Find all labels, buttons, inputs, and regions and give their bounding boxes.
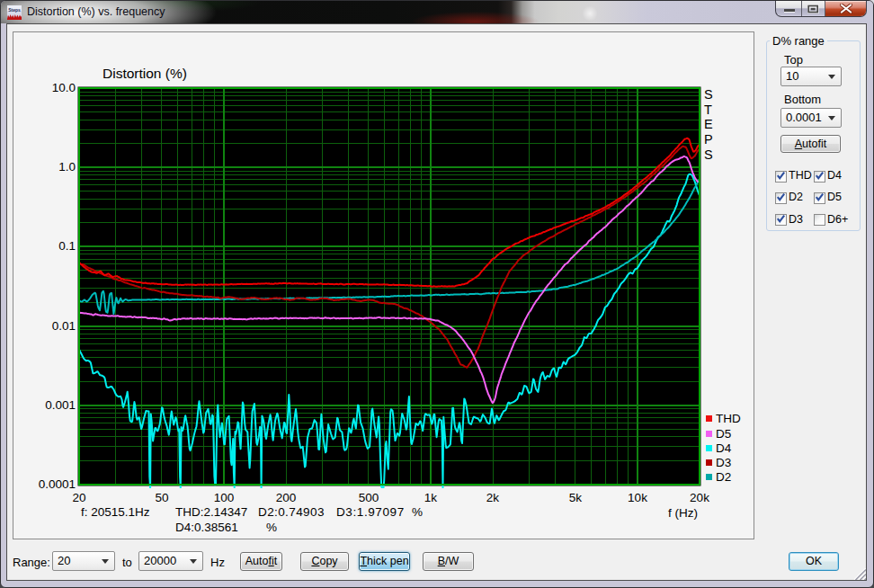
svg-text:Steps: Steps — [8, 7, 21, 13]
